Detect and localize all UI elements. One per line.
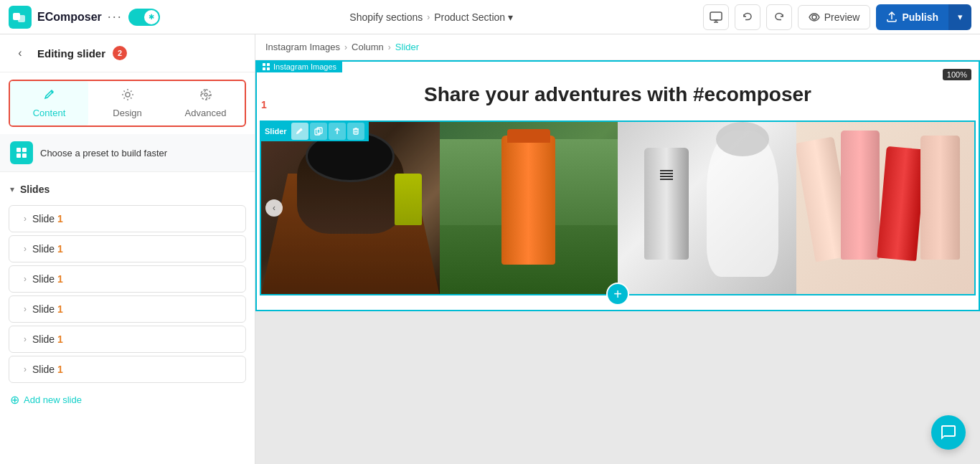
main-layout: ‹ Editing slider 2 Content — [0, 34, 980, 464]
tab-advanced[interactable]: Advanced — [166, 81, 245, 126]
svg-rect-2 — [710, 12, 722, 20]
svg-rect-12 — [17, 153, 21, 158]
slider-number-badge: 1 — [261, 99, 267, 110]
slide-item-3[interactable]: › Slide 1 — [9, 265, 246, 293]
slide-label: Slide 1 — [32, 303, 63, 315]
slide-chevron: › — [24, 304, 27, 314]
design-icon — [121, 88, 134, 105]
canvas-breadcrumb: Instagram Images › Column › Slider — [255, 34, 980, 60]
breadcrumb-sep1: › — [427, 12, 430, 22]
publish-dropdown-button[interactable]: ▾ — [948, 4, 971, 30]
panel-title: Editing slider — [37, 47, 105, 60]
svg-point-6 — [812, 15, 816, 19]
slider-toolbar-label: Slider — [265, 127, 287, 136]
advanced-icon — [199, 88, 212, 105]
svg-rect-10 — [17, 148, 21, 152]
slide-item-4[interactable]: › Slide 1 — [9, 295, 246, 323]
delete-element-button[interactable] — [347, 123, 364, 140]
edit-element-button[interactable] — [291, 123, 308, 140]
slide-image-1 — [261, 122, 440, 294]
duplicate-element-button[interactable] — [310, 123, 327, 140]
slide-label: Slide 1 — [32, 213, 63, 224]
canvas-bc-item1[interactable]: Instagram Images — [265, 42, 340, 52]
logo-text: EComposer — [37, 11, 102, 24]
add-slide-button[interactable]: ⊕ Add new slide — [0, 386, 255, 414]
slide-chevron: › — [24, 364, 27, 374]
add-content-button[interactable]: + — [606, 283, 629, 306]
svg-point-9 — [204, 93, 207, 96]
section-label-badge: Instagram Images — [256, 61, 342, 72]
badge-number: 2 — [113, 46, 127, 60]
slide-chevron: › — [24, 214, 27, 224]
topbar: EComposer ··· ✱ Shopify sections › Produ… — [0, 0, 980, 34]
topbar-left: EComposer ··· ✱ — [9, 6, 160, 29]
slide-chevron: › — [24, 334, 27, 344]
slide-image-3 — [618, 122, 796, 294]
slides-header[interactable]: ▾ Slides — [0, 176, 255, 202]
tab-content[interactable]: Content — [10, 81, 88, 126]
slide-item-1[interactable]: › Slide 1 — [9, 205, 246, 232]
section-block: Instagram Images 100% Share your adventu… — [255, 60, 980, 311]
canvas-bc-item3[interactable]: Slider — [395, 42, 419, 52]
toggle-switch[interactable]: ✱ — [128, 9, 160, 26]
breadcrumb-section[interactable]: Shopify sections — [349, 11, 423, 23]
more-options-button[interactable]: ··· — [108, 9, 123, 24]
undo-button[interactable] — [735, 4, 760, 30]
topbar-right: Preview Publish ▾ — [703, 4, 971, 30]
slide-image-2 — [440, 122, 618, 294]
slide-item-2[interactable]: › Slide 1 — [9, 235, 246, 262]
canvas-bc-item2[interactable]: Column — [352, 42, 384, 52]
preview-button[interactable]: Preview — [798, 5, 871, 29]
topbar-breadcrumb: Shopify sections › Product Section ▾ — [167, 11, 696, 23]
images-row — [261, 122, 974, 294]
slide-label: Slide 1 — [32, 333, 63, 345]
svg-rect-11 — [22, 148, 27, 152]
monitor-button[interactable] — [703, 4, 729, 30]
svg-rect-13 — [22, 153, 27, 158]
slide-image-4 — [796, 122, 975, 294]
tab-design[interactable]: Design — [88, 81, 166, 126]
plus-icon: ⊕ — [10, 393, 19, 407]
back-button[interactable]: ‹ — [10, 43, 30, 63]
publish-group: Publish ▾ — [876, 4, 971, 30]
canvas-area: Instagram Images › Column › Slider Insta… — [255, 34, 980, 464]
slide-item-6[interactable]: › Slide 1 — [9, 356, 246, 383]
preset-text: Choose a preset to build faster — [40, 148, 167, 158]
breadcrumb-page[interactable]: Product Section ▾ — [434, 11, 513, 23]
tabs-container: Content Design — [9, 80, 246, 127]
publish-button[interactable]: Publish — [876, 4, 948, 30]
slides-label: Slides — [20, 184, 50, 195]
slide-chevron: › — [24, 244, 27, 254]
section-heading: Share your adventures with #ecomposer — [257, 62, 979, 120]
slider-wrapper: 1 Slider — [257, 120, 979, 295]
slider-prev-button[interactable]: ‹ — [265, 199, 283, 217]
move-up-button[interactable] — [329, 123, 346, 140]
svg-rect-15 — [267, 63, 270, 66]
slide-item-5[interactable]: › Slide 1 — [9, 326, 246, 353]
slide-label: Slide 1 — [32, 364, 63, 375]
svg-rect-22 — [354, 129, 358, 134]
preset-icon — [10, 141, 33, 164]
slide-label: Slide 1 — [32, 273, 63, 285]
slider-block: Slider — [260, 120, 976, 295]
chat-button[interactable] — [931, 415, 966, 450]
tabs-row: Content Design — [10, 81, 245, 126]
panel-header: ‹ Editing slider 2 — [0, 34, 255, 72]
svg-rect-14 — [263, 63, 265, 66]
slide-chevron: › — [24, 274, 27, 284]
zoom-badge: 100% — [943, 69, 971, 80]
redo-button[interactable] — [766, 4, 792, 30]
svg-rect-17 — [267, 67, 270, 70]
preset-bar[interactable]: Choose a preset to build faster — [0, 134, 255, 172]
content-icon — [43, 88, 56, 105]
svg-rect-1 — [18, 15, 25, 22]
svg-rect-16 — [263, 67, 265, 70]
slides-chevron: ▾ — [10, 184, 14, 194]
logo-icon — [9, 6, 32, 29]
toggle-knob: ✱ — [144, 10, 159, 24]
slide-label: Slide 1 — [32, 243, 63, 255]
left-panel: ‹ Editing slider 2 Content — [0, 34, 255, 464]
canvas-bc-sep1: › — [344, 42, 347, 52]
canvas-bc-sep2: › — [388, 42, 391, 52]
slider-toolbar: Slider — [260, 121, 369, 141]
